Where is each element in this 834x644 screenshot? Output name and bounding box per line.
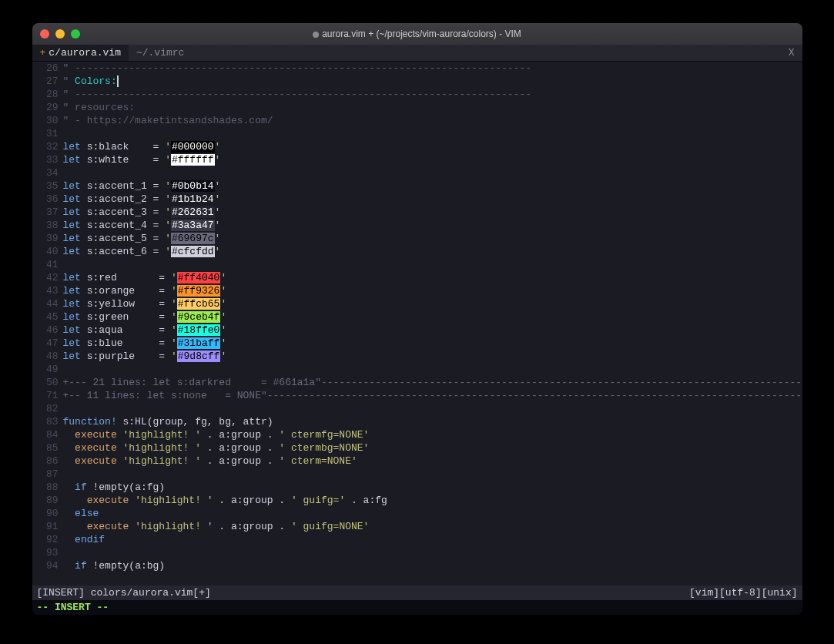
color-swatch: #000000 <box>171 141 215 153</box>
code-content[interactable]: execute 'highlight! ' . a:group . ' guif… <box>63 520 802 533</box>
line-number: 44 <box>32 297 63 310</box>
code-line: 83function! s:HL(group, fg, bg, attr) <box>32 415 802 428</box>
cursor <box>117 75 119 87</box>
code-line: 39let s:accent_5 = '#69697c' <box>32 232 802 245</box>
code-content[interactable] <box>63 127 802 140</box>
code-content[interactable] <box>63 402 802 415</box>
code-line: 26" ------------------------------------… <box>32 62 802 75</box>
code-content[interactable]: " - https://maketintsandshades.com/ <box>63 114 802 127</box>
code-content[interactable]: let s:yellow = '#ffcb65' <box>63 297 802 310</box>
code-line: 85 execute 'highlight! ' . a:group . ' c… <box>32 441 802 454</box>
vim-tabline: +c/aurora.vim ~/.vimrc X <box>32 45 802 62</box>
code-line: 45let s:green = '#9ceb4f' <box>32 310 802 324</box>
line-number: 34 <box>32 166 63 179</box>
code-content[interactable]: " --------------------------------------… <box>63 62 802 75</box>
code-line: 31 <box>32 127 802 140</box>
code-content[interactable]: let s:blue = '#31baff' <box>63 337 802 350</box>
code-content[interactable]: let s:purple = '#9d8cff' <box>63 350 802 363</box>
code-line: 46let s:aqua = '#18ffe0' <box>32 324 802 337</box>
code-content[interactable]: +--- 21 lines: let s:darkred = #661a1a"-… <box>63 376 802 389</box>
window-title: aurora.vim + (~/projects/vim-aurora/colo… <box>32 29 802 39</box>
code-content[interactable]: let s:accent_1 = '#0b0b14' <box>63 179 802 193</box>
code-line: 88 if !empty(a:fg) <box>32 481 802 494</box>
tab-label: ~/.vimrc <box>136 47 184 59</box>
code-line: 86 execute 'highlight! ' . a:group . ' c… <box>32 454 802 468</box>
code-line: 38let s:accent_4 = '#3a3a47' <box>32 219 802 232</box>
code-content[interactable] <box>63 363 802 376</box>
code-content[interactable]: let s:aqua = '#18ffe0' <box>63 324 802 337</box>
code-line: 92 endif <box>32 533 802 546</box>
line-number: 49 <box>32 363 63 376</box>
line-number: 26 <box>32 62 63 75</box>
code-content[interactable] <box>63 258 802 271</box>
color-swatch: #ff4040 <box>177 272 221 283</box>
color-swatch: #1b1b24 <box>171 193 215 205</box>
code-content[interactable]: let s:accent_3 = '#262631' <box>63 206 802 219</box>
line-number: 47 <box>32 337 63 350</box>
code-content[interactable]: let s:black = '#000000' <box>63 140 802 153</box>
color-swatch: #cfcfdd <box>171 246 215 257</box>
code-content[interactable]: " --------------------------------------… <box>63 88 802 101</box>
code-content[interactable] <box>63 546 802 559</box>
code-content[interactable]: let s:white = '#ffffff' <box>63 153 802 166</box>
code-content[interactable]: execute 'highlight! ' . a:group . ' guif… <box>63 494 802 507</box>
line-number: 48 <box>32 350 63 363</box>
code-content[interactable]: let s:accent_2 = '#1b1b24' <box>63 193 802 206</box>
code-content[interactable] <box>63 166 802 179</box>
code-line: 49 <box>32 363 802 376</box>
color-swatch: #262631 <box>171 206 215 218</box>
code-content[interactable]: execute 'highlight! ' . a:group . ' cter… <box>63 428 802 441</box>
code-content[interactable]: else <box>63 507 802 520</box>
code-line: 94 if !empty(a:bg) <box>32 559 802 572</box>
line-number: 45 <box>32 310 63 324</box>
line-number: 30 <box>32 114 63 127</box>
terminal-window: aurora.vim + (~/projects/vim-aurora/colo… <box>32 23 802 615</box>
line-number: 84 <box>32 428 63 441</box>
tab-vimrc[interactable]: ~/.vimrc <box>129 45 192 61</box>
code-line: 42let s:red = '#ff4040' <box>32 271 802 284</box>
color-swatch: #ffcb65 <box>177 298 221 310</box>
code-content[interactable]: " resources: <box>63 101 802 114</box>
line-number: 28 <box>32 88 63 101</box>
code-content[interactable]: if !empty(a:fg) <box>63 481 802 494</box>
code-content[interactable]: let s:green = '#9ceb4f' <box>63 310 802 324</box>
line-number: 93 <box>32 546 63 559</box>
line-number: 46 <box>32 324 63 337</box>
code-line: 37let s:accent_3 = '#262631' <box>32 206 802 219</box>
code-content[interactable]: let s:red = '#ff4040' <box>63 271 802 284</box>
color-swatch: #3a3a47 <box>171 220 215 231</box>
mode-line: -- INSERT -- <box>32 600 802 615</box>
code-content[interactable]: endif <box>63 533 802 546</box>
line-number: 50 <box>32 376 63 389</box>
line-number: 35 <box>32 179 63 193</box>
code-content[interactable]: execute 'highlight! ' . a:group . ' cter… <box>63 454 802 468</box>
code-content[interactable]: +-- 11 lines: let s:none = NONE"--------… <box>63 389 802 402</box>
tab-aurora[interactable]: +c/aurora.vim <box>32 45 129 61</box>
code-line: 41 <box>32 258 802 271</box>
code-line: 29" resources: <box>32 101 802 114</box>
code-content[interactable] <box>63 468 802 481</box>
code-content[interactable]: let s:orange = '#ff9326' <box>63 284 802 297</box>
line-number: 88 <box>32 481 63 494</box>
document-modified-icon <box>313 32 319 38</box>
code-content[interactable]: let s:accent_4 = '#3a3a47' <box>63 219 802 232</box>
line-number: 31 <box>32 127 63 140</box>
line-number: 41 <box>32 258 63 271</box>
code-content[interactable]: " Colors: <box>63 75 802 88</box>
code-line: 90 else <box>32 507 802 520</box>
line-number: 38 <box>32 219 63 232</box>
code-content[interactable]: function! s:HL(group, fg, bg, attr) <box>63 415 802 428</box>
code-content[interactable]: execute 'highlight! ' . a:group . ' cter… <box>63 441 802 454</box>
line-number: 90 <box>32 507 63 520</box>
code-content[interactable]: let s:accent_6 = '#cfcfdd' <box>63 245 802 258</box>
code-content[interactable]: let s:accent_5 = '#69697c' <box>63 232 802 245</box>
color-swatch: #ffffff <box>171 154 215 166</box>
line-number: 43 <box>32 284 63 297</box>
status-line: [INSERT] colors/aurora.vim[+] [vim][utf-… <box>32 585 802 600</box>
line-number: 85 <box>32 441 63 454</box>
code-content[interactable]: if !empty(a:bg) <box>63 559 802 572</box>
color-swatch: #69697c <box>171 233 215 244</box>
tab-close-button[interactable]: X <box>781 45 802 61</box>
editor[interactable]: 26" ------------------------------------… <box>32 62 802 585</box>
color-swatch: #0b0b14 <box>171 180 215 192</box>
